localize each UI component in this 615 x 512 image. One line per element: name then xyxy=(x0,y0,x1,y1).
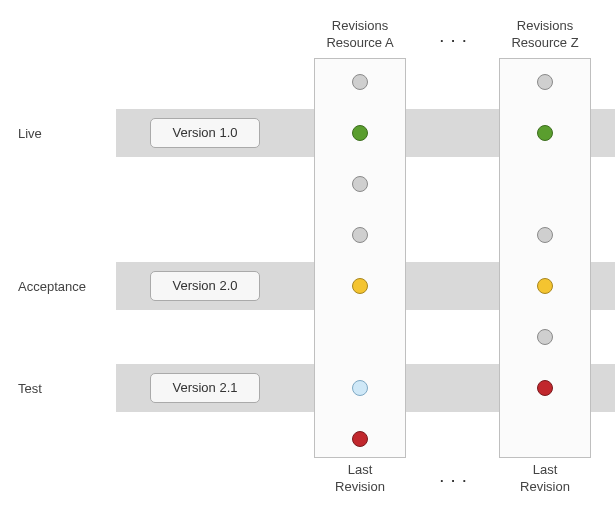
version-badge-acceptance: Version 2.0 xyxy=(150,271,260,301)
column-box-a xyxy=(314,58,406,458)
column-header-a-line2: Resource A xyxy=(326,35,393,50)
ellipsis-bottom: . . . xyxy=(440,470,468,485)
revision-dot-a-1 xyxy=(352,74,368,90)
revision-dot-z-4 xyxy=(537,278,553,294)
footer-label-z-line1: Last xyxy=(533,462,558,477)
column-box-z xyxy=(499,58,591,458)
ellipsis-top: . . . xyxy=(440,30,468,45)
column-header-a: Revisions Resource A xyxy=(310,18,410,52)
revision-dot-a-3 xyxy=(352,176,368,192)
column-header-z-line1: Revisions xyxy=(517,18,573,33)
column-header-z-line2: Resource Z xyxy=(511,35,578,50)
footer-label-z: Last Revision xyxy=(515,462,575,496)
column-header-z: Revisions Resource Z xyxy=(495,18,595,52)
revision-dot-a-2 xyxy=(352,125,368,141)
env-label-live: Live xyxy=(18,126,42,141)
revision-dot-z-5 xyxy=(537,329,553,345)
footer-label-a-line1: Last xyxy=(348,462,373,477)
diagram-container: Revisions Resource A . . . Revisions Res… xyxy=(0,0,615,512)
revision-dot-a-4 xyxy=(352,227,368,243)
revision-dot-a-7 xyxy=(352,431,368,447)
version-badge-test: Version 2.1 xyxy=(150,373,260,403)
column-header-a-line1: Revisions xyxy=(332,18,388,33)
revision-dot-a-6 xyxy=(352,380,368,396)
version-badge-live: Version 1.0 xyxy=(150,118,260,148)
footer-label-z-line2: Revision xyxy=(520,479,570,494)
footer-label-a-line2: Revision xyxy=(335,479,385,494)
footer-label-a: Last Revision xyxy=(330,462,390,496)
revision-dot-z-2 xyxy=(537,125,553,141)
env-label-test: Test xyxy=(18,381,42,396)
revision-dot-a-5 xyxy=(352,278,368,294)
revision-dot-z-6 xyxy=(537,380,553,396)
revision-dot-z-3 xyxy=(537,227,553,243)
revision-dot-z-1 xyxy=(537,74,553,90)
env-label-acceptance: Acceptance xyxy=(18,279,86,294)
